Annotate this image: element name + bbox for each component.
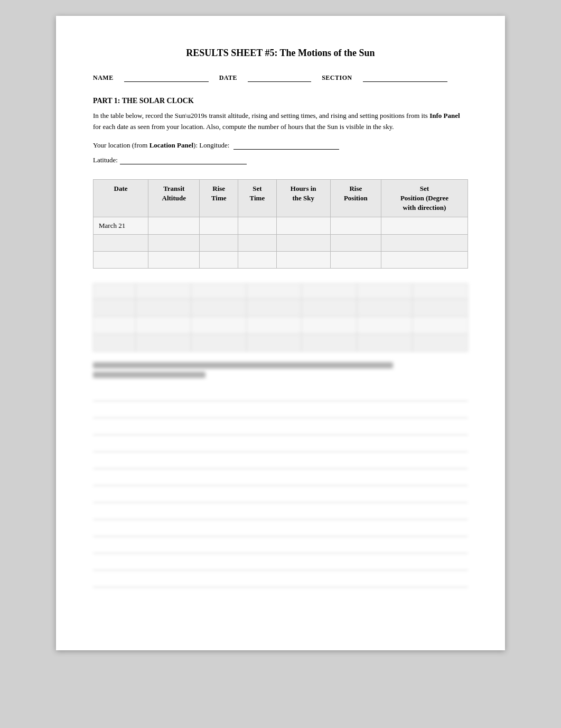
cell-rise-pos-march21 (330, 217, 381, 235)
blurred-cell (136, 334, 191, 352)
blurred-line-2 (93, 372, 205, 378)
table-row (94, 252, 468, 269)
answer-line-2 (93, 406, 468, 418)
main-data-table: Date TransitAltitude RiseTime SetTime Ho… (93, 179, 468, 269)
blurred-cell (246, 299, 302, 317)
page: RESULTS SHEET #5: The Motions of the Sun… (56, 16, 505, 650)
cell-set-time-2 (238, 235, 277, 252)
blurred-cell (246, 317, 302, 334)
cell-rise-time-2 (200, 235, 238, 252)
answer-line-7 (93, 490, 468, 503)
blurred-cell (191, 334, 246, 352)
part1-description: In the table below, record the Sun\u2019… (93, 110, 468, 133)
blurred-row (94, 317, 468, 334)
blurred-cell (302, 334, 357, 352)
blurred-col-3 (191, 284, 246, 299)
blurred-cell (136, 317, 191, 334)
blurred-cell (191, 317, 246, 334)
cell-date-3 (94, 252, 148, 269)
table-row (94, 235, 468, 252)
blurred-cell (413, 317, 468, 334)
cell-date-2 (94, 235, 148, 252)
answer-line-9 (93, 524, 468, 537)
cell-set-pos-2 (381, 235, 467, 252)
cell-hours-march21 (276, 217, 330, 235)
blurred-col-1 (94, 284, 136, 299)
section-input-line (363, 73, 447, 82)
cell-rise-time-march21 (200, 217, 238, 235)
blurred-cell (94, 299, 136, 317)
blurred-line-1 (93, 362, 393, 368)
col-header-rise-position: RisePosition (330, 179, 381, 217)
blurred-text-section (93, 362, 468, 378)
blurred-col-6 (357, 284, 413, 299)
answer-line-10 (93, 541, 468, 554)
col-header-set-position: SetPosition (Degreewith direction) (381, 179, 467, 217)
cell-hours-2 (276, 235, 330, 252)
page-title: RESULTS SHEET #5: The Motions of the Sun (93, 48, 468, 59)
cell-rise-pos-3 (330, 252, 381, 269)
blurred-cell (94, 317, 136, 334)
cell-transit-3 (148, 252, 200, 269)
location-panel-bold: Location Panel (149, 141, 193, 149)
blurred-cell (136, 299, 191, 317)
blurred-cell (357, 334, 413, 352)
col-header-set-time: SetTime (238, 179, 277, 217)
location-row: Your location (from Location Panel): Lon… (93, 141, 468, 150)
blurred-col-4 (246, 284, 302, 299)
section-label: SECTION (322, 74, 352, 82)
blurred-cell (302, 317, 357, 334)
blurred-cell (413, 299, 468, 317)
name-input-line (124, 73, 209, 82)
blurred-cell (246, 334, 302, 352)
cell-set-pos-march21 (381, 217, 467, 235)
blurred-cell (94, 334, 136, 352)
blurred-cell (413, 334, 468, 352)
cell-rise-pos-2 (330, 235, 381, 252)
blurred-col-5 (302, 284, 357, 299)
latitude-input-line (120, 156, 247, 164)
blurred-col-7 (413, 284, 468, 299)
part1-title: PART 1: THE SOLAR CLOCK (93, 97, 468, 105)
latitude-row: Latitude: (93, 156, 468, 164)
answer-line-8 (93, 507, 468, 520)
blurred-cell (302, 299, 357, 317)
blurred-data-table (93, 283, 468, 352)
table-row: March 21 (94, 217, 468, 235)
info-panel-bold: Info Panel (429, 112, 460, 119)
answer-line-4 (93, 439, 468, 452)
blurred-table-section (93, 283, 468, 352)
col-header-rise-time: RiseTime (200, 179, 238, 217)
answer-line-3 (93, 422, 468, 435)
name-date-section-row: NAME DATE SECTION (93, 73, 468, 82)
answer-line-5 (93, 456, 468, 469)
blurred-row (94, 299, 468, 317)
blurred-col-2 (136, 284, 191, 299)
cell-transit-march21 (148, 217, 200, 235)
col-header-date: Date (94, 179, 148, 217)
longitude-input-line (233, 141, 339, 150)
cell-set-time-3 (238, 252, 277, 269)
cell-hours-3 (276, 252, 330, 269)
answer-line-6 (93, 473, 468, 486)
cell-date-march21: March 21 (94, 217, 148, 235)
answer-line-11 (93, 558, 468, 570)
cell-rise-time-3 (200, 252, 238, 269)
date-label: DATE (219, 74, 237, 82)
answer-line-12 (93, 575, 468, 587)
latitude-label: Latitude: (93, 156, 118, 164)
blurred-row (94, 334, 468, 352)
name-label: NAME (93, 74, 114, 82)
answer-line-1 (93, 389, 468, 401)
blurred-cell (357, 317, 413, 334)
cell-set-time-march21 (238, 217, 277, 235)
location-text-start: Your location (from Location Panel): Lon… (93, 141, 229, 150)
blurred-cell (191, 299, 246, 317)
col-header-hours-in-sky: Hours inthe Sky (276, 179, 330, 217)
date-input-line (248, 73, 311, 82)
cell-transit-2 (148, 235, 200, 252)
cell-set-pos-3 (381, 252, 467, 269)
answer-lines-section (93, 389, 468, 587)
col-header-transit: TransitAltitude (148, 179, 200, 217)
blurred-cell (357, 299, 413, 317)
